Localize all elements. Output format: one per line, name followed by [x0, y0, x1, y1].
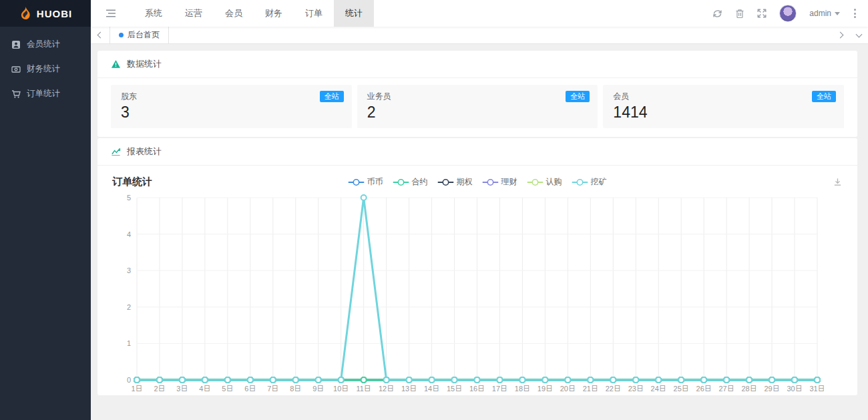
- order-stats-icon: [11, 89, 21, 99]
- svg-text:14日: 14日: [424, 385, 439, 391]
- svg-text:5日: 5日: [222, 385, 233, 391]
- nav-item-member[interactable]: 会员: [214, 0, 254, 27]
- svg-text:29日: 29日: [764, 385, 779, 391]
- svg-text:19日: 19日: [537, 385, 553, 391]
- svg-text:27日: 27日: [719, 385, 734, 391]
- panel-title: 报表统计: [127, 146, 162, 158]
- svg-text:20日: 20日: [560, 385, 576, 391]
- svg-text:26日: 26日: [696, 385, 712, 391]
- svg-text:2: 2: [127, 303, 131, 311]
- collapse-menu-icon[interactable]: [105, 9, 116, 18]
- legend-item[interactable]: 合约: [393, 176, 428, 188]
- svg-text:3日: 3日: [176, 385, 188, 391]
- huobi-flame-icon: [19, 6, 32, 21]
- legend-label: 理财: [501, 176, 517, 188]
- nav-item-statistics[interactable]: 统计: [334, 0, 374, 27]
- finance-stats-icon: [11, 65, 21, 74]
- legend-item[interactable]: 理财: [483, 176, 517, 188]
- sidebar-menu: 会员统计 财务统计 订单统计: [0, 27, 91, 106]
- legend-marker-icon: [572, 178, 588, 186]
- tab-dashboard-home[interactable]: 后台首页: [110, 27, 169, 43]
- stat-value: 1414: [613, 103, 834, 122]
- user-avatar[interactable]: [779, 5, 797, 22]
- active-tab-dot-icon: [119, 33, 124, 37]
- legend-marker-icon: [393, 178, 409, 186]
- legend-item[interactable]: 挖矿: [572, 176, 607, 188]
- username: admin: [809, 9, 831, 18]
- legend-marker-icon: [483, 178, 499, 186]
- refresh-icon[interactable]: [712, 9, 722, 19]
- chevron-down-icon: [835, 12, 840, 15]
- report-stats-panel: 报表统计 订单统计 币币合约期权理财认购挖矿 0123451日2日3日4日5日6…: [97, 138, 857, 395]
- sidebar-item-order-stats[interactable]: 订单统计: [0, 81, 91, 106]
- legend-marker-icon: [349, 178, 365, 186]
- trash-icon[interactable]: [735, 9, 744, 19]
- scope-badge: 全站: [320, 91, 344, 102]
- fullscreen-icon[interactable]: [757, 9, 767, 18]
- svg-text:5: 5: [127, 194, 131, 202]
- logo-text: HUOBI: [37, 8, 72, 19]
- sidebar: HUOBI 会员统计 财务统计 订单统计: [0, 0, 91, 420]
- svg-text:15日: 15日: [447, 385, 462, 391]
- stat-label: 股东: [121, 91, 342, 102]
- scope-badge: 全站: [812, 91, 836, 102]
- svg-text:23日: 23日: [628, 385, 644, 391]
- user-menu[interactable]: admin: [809, 9, 840, 18]
- sidebar-item-label: 订单统计: [27, 88, 60, 99]
- sidebar-item-label: 财务统计: [27, 63, 60, 75]
- svg-text:2日: 2日: [154, 385, 165, 391]
- svg-text:12日: 12日: [379, 385, 394, 391]
- legend-label: 合约: [412, 176, 428, 188]
- sidebar-item-finance-stats[interactable]: 财务统计: [0, 57, 91, 81]
- chart-title: 订单统计: [112, 176, 152, 188]
- svg-text:16日: 16日: [469, 385, 485, 391]
- data-stats-header: 数据统计: [97, 51, 857, 78]
- main-content: 数据统计 股东 3 全站 业务员 2 全站 会员 1414 全站: [91, 44, 868, 420]
- svg-text:24日: 24日: [651, 385, 666, 391]
- sidebar-item-member-stats[interactable]: 会员统计: [0, 32, 91, 57]
- svg-text:7日: 7日: [267, 385, 278, 391]
- stat-card-salesmen: 业务员 2 全站: [357, 85, 598, 128]
- svg-text:11日: 11日: [356, 385, 371, 391]
- chart-area: 0123451日2日3日4日5日6日7日8日9日10日11日12日13日14日1…: [97, 188, 857, 395]
- legend-item[interactable]: 币币: [349, 176, 383, 188]
- svg-text:30日: 30日: [787, 385, 802, 391]
- stat-label: 业务员: [367, 91, 588, 102]
- stat-card-shareholders: 股东 3 全站: [111, 85, 352, 128]
- svg-text:31日: 31日: [809, 385, 825, 391]
- tabs-menu-button[interactable]: [849, 27, 868, 43]
- nav-item-operation[interactable]: 运营: [174, 0, 214, 27]
- legend-label: 挖矿: [591, 176, 607, 188]
- sidebar-item-label: 会员统计: [27, 39, 60, 50]
- legend-label: 币币: [367, 176, 383, 188]
- stat-card-members: 会员 1414 全站: [603, 85, 844, 128]
- svg-text:1日: 1日: [131, 385, 142, 391]
- top-navigation: 系统 运营 会员 财务 订单 统计: [134, 0, 374, 27]
- stat-cards: 股东 3 全站 业务员 2 全站 会员 1414 全站: [97, 78, 857, 137]
- tabs-scroll-left-button[interactable]: [91, 27, 110, 43]
- nav-item-system[interactable]: 系统: [134, 0, 174, 27]
- stat-label: 会员: [613, 91, 834, 102]
- nav-item-finance[interactable]: 财务: [254, 0, 294, 27]
- download-icon[interactable]: [833, 177, 843, 187]
- order-chart: 0123451日2日3日4日5日6日7日8日9日10日11日12日13日14日1…: [111, 191, 844, 391]
- data-stats-panel: 数据统计 股东 3 全站 业务员 2 全站 会员 1414 全站: [97, 51, 857, 137]
- svg-text:8日: 8日: [290, 385, 301, 391]
- nav-item-order[interactable]: 订单: [294, 0, 334, 27]
- svg-text:6日: 6日: [244, 385, 256, 391]
- svg-text:4: 4: [127, 230, 131, 238]
- svg-text:25日: 25日: [674, 385, 689, 391]
- stat-value: 2: [367, 103, 588, 122]
- chart-header: 订单统计 币币合约期权理财认购挖矿: [97, 166, 857, 188]
- more-options-icon[interactable]: [853, 7, 857, 19]
- svg-text:22日: 22日: [606, 385, 621, 391]
- svg-text:17日: 17日: [492, 385, 507, 391]
- logo: HUOBI: [0, 0, 91, 27]
- tabs-scroll-right-button[interactable]: [831, 27, 849, 43]
- legend-item[interactable]: 认购: [527, 176, 562, 188]
- legend-marker-icon: [438, 178, 454, 186]
- svg-text:10日: 10日: [333, 385, 349, 391]
- tab-bar: 后台首页: [91, 27, 868, 44]
- svg-text:9日: 9日: [312, 385, 324, 391]
- legend-item[interactable]: 期权: [438, 176, 473, 188]
